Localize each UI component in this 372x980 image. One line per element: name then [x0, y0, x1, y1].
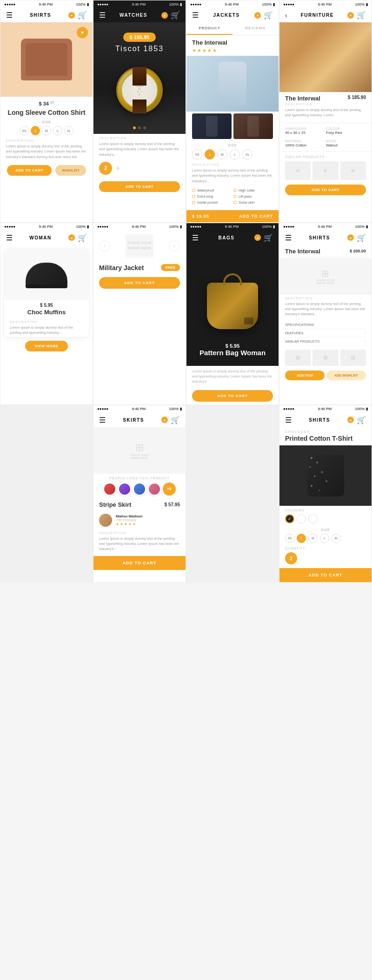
jacket-size-xs[interactable]: XS	[192, 149, 202, 159]
skirts-desc: DESCRIPTION Lorem Ipsum is simply dummy …	[93, 530, 186, 554]
shirts2-add-to-cart[interactable]: ADD ITEM	[285, 371, 325, 380]
avatar-4[interactable]	[148, 483, 161, 496]
sim-thumb2-1[interactable]: ⊞	[285, 350, 311, 366]
tshirt-size-xl[interactable]: XL	[332, 534, 341, 543]
cart-icon-4[interactable]: 🛒	[357, 11, 366, 20]
swatch-outline[interactable]	[308, 514, 318, 523]
cart-icon-3[interactable]: 🛒	[264, 11, 273, 20]
size-xs[interactable]: XS	[20, 126, 29, 135]
tshirt-size-s[interactable]: S	[297, 534, 306, 543]
avatar-3[interactable]	[133, 483, 146, 496]
tshirt-qty-label: QUANTITY	[285, 547, 366, 550]
dot-3[interactable]	[143, 126, 146, 129]
wishlist-heart-icon[interactable]: ♥	[77, 27, 88, 38]
hamburger-icon-2[interactable]: ☰	[99, 11, 106, 20]
furniture-add-to-cart[interactable]: ADD TO CART	[285, 185, 366, 195]
quantity-badge[interactable]: 2	[99, 162, 112, 175]
status-signal-4: ●●●●●	[283, 2, 294, 7]
similar-thumb-1[interactable]: ⊞	[285, 161, 311, 180]
jacket-size-options: XS S M L XL	[192, 149, 273, 159]
back-arrow-icon[interactable]: ‹	[285, 12, 287, 19]
hamburger-icon-7[interactable]: ☰	[192, 233, 199, 242]
jacket-thumb-2[interactable]	[233, 113, 273, 139]
spec-wood: WOOD Walnut	[326, 138, 366, 149]
similar-row[interactable]: SIMILAR PRODUCTS ›	[285, 338, 366, 346]
screen-bags: ●●●●● 9:40 PM 100% ▮ ☰ BAGS ● 🛒 $ 5.95	[186, 223, 279, 405]
avatar-1[interactable]	[103, 483, 116, 496]
tshirt-size-m[interactable]: M	[308, 534, 318, 543]
swatch-white[interactable]	[297, 514, 306, 523]
tab-product[interactable]: PRODUCT	[186, 22, 232, 35]
reviewer-info: Maliou Madsen 25th February ★ ★ ★ ★ ★	[116, 514, 180, 526]
cart-icon[interactable]: 🛒	[78, 11, 87, 20]
cart-icon-2[interactable]: 🛒	[171, 11, 180, 20]
cart-icon-9[interactable]: 🛒	[171, 416, 180, 424]
skirts-add-to-cart[interactable]: ADD TO CART	[93, 556, 186, 570]
next-arrow[interactable]: ›	[169, 240, 180, 252]
tab-reviews[interactable]: REVIEWS	[232, 22, 279, 35]
tshirt-size-xs[interactable]: XS	[285, 534, 294, 543]
furniture-price: $ 185.90	[348, 95, 366, 100]
hamburger-icon-3[interactable]: ☰	[192, 11, 199, 20]
watch-add-to-cart[interactable]: ADD TO CART	[99, 181, 180, 192]
nav-icons-10: ● 🛒	[347, 416, 366, 424]
avatar-more[interactable]: +5	[163, 483, 176, 496]
features-label: FEATURES	[285, 331, 303, 335]
jacket-thumb-figure-1	[206, 116, 218, 137]
jacket-size-m[interactable]: M	[217, 149, 227, 159]
colours-section: COLOURS ✓	[279, 506, 372, 526]
jacket-size-l[interactable]: L	[230, 149, 240, 159]
tshirt-nav: ☰ SHIRTS ● 🛒	[279, 413, 372, 427]
size-m[interactable]: M	[42, 126, 51, 135]
avatar-2[interactable]	[118, 483, 131, 496]
prev-arrow[interactable]: ‹	[99, 240, 110, 252]
floral-3	[309, 466, 311, 468]
jacket-add-label: ADD TO CART	[239, 214, 273, 219]
jacket-size-xl[interactable]: XL	[242, 149, 252, 159]
jacket-size-s[interactable]: S	[205, 149, 215, 159]
jacket-main-image	[186, 56, 279, 112]
feature-dot-3	[192, 195, 195, 198]
sim-thumb2-2[interactable]: ⊞	[312, 350, 338, 366]
tshirt-size-l[interactable]: L	[320, 534, 329, 543]
similar-thumb-3[interactable]: ⊞	[340, 161, 366, 180]
furniture-image	[279, 22, 372, 92]
sim-thumb2-3[interactable]: ⊞	[340, 350, 366, 366]
shirts2-wishlist[interactable]: ADD WISHLIST	[326, 371, 366, 380]
hamburger-icon-9[interactable]: ☰	[99, 416, 106, 424]
swatch-dark[interactable]: ✓	[285, 514, 294, 523]
hamburger-icon-8[interactable]: ☰	[285, 233, 292, 242]
row-1: ●●●●● 9:40 PM 100% ▮ ☰ SHIRTS ● 🛒 ♥	[0, 0, 372, 223]
qty-display[interactable]: 2	[285, 552, 297, 564]
hamburger-icon[interactable]: ☰	[6, 11, 13, 20]
features-row[interactable]: FEATURES ›	[285, 329, 366, 338]
specifications-row[interactable]: SPECIFICATIONS ›	[285, 321, 366, 329]
cart-icon-8[interactable]: 🛒	[357, 233, 366, 242]
view-more-button[interactable]: VIEW MORE	[25, 341, 67, 351]
size-xl[interactable]: XL	[64, 126, 73, 135]
similar-thumb-2[interactable]: ⊞	[312, 161, 338, 180]
jacket-add-to-cart[interactable]: $ 19.95 ADD TO CART	[186, 210, 279, 222]
star-2: ★	[197, 48, 201, 53]
price-dollar: $ 34	[39, 101, 49, 106]
wishlist-button[interactable]: WISHLIST	[55, 165, 86, 176]
military-add-to-cart[interactable]: ADD TO CART	[99, 277, 180, 289]
cart-icon-10[interactable]: 🛒	[357, 416, 366, 424]
quantity-plus[interactable]: +	[116, 164, 120, 172]
status-time: 9:40 PM	[39, 2, 53, 7]
feature-snow-skirt: Snow skirt	[233, 200, 273, 205]
size-l[interactable]: L	[53, 126, 62, 135]
tshirt-add-to-cart[interactable]: ADD TO CART	[279, 568, 372, 582]
dot-2[interactable]	[138, 126, 141, 129]
jacket-thumb-1[interactable]	[192, 113, 232, 139]
bag-add-to-cart[interactable]: ADD TO CART	[192, 390, 273, 402]
cart-icon-7[interactable]: 🛒	[264, 233, 273, 242]
dot-1[interactable]	[133, 126, 136, 129]
cart-icon-5[interactable]: 🛒	[78, 233, 87, 242]
hamburger-icon-5[interactable]: ☰	[6, 233, 13, 242]
status-signal-8: ●●●●●	[283, 225, 294, 229]
hamburger-icon-10[interactable]: ☰	[285, 416, 292, 424]
status-time-9: 9:40 PM	[132, 407, 146, 411]
add-to-cart-button[interactable]: ADD TO CART	[7, 165, 52, 176]
size-s[interactable]: S	[31, 126, 40, 135]
